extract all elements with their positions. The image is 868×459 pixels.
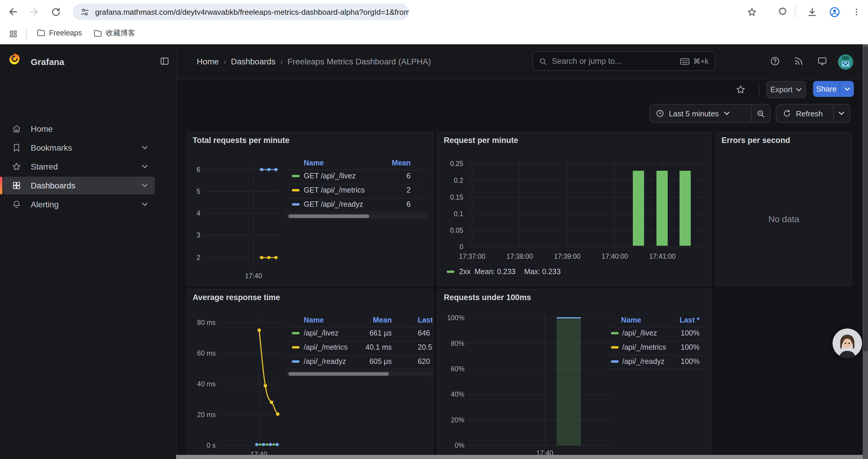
series-color-pill[interactable] [611, 332, 619, 334]
sidebar-item-alerting[interactable]: Alerting [3, 196, 155, 213]
export-button[interactable]: Export [766, 81, 806, 98]
bar-under-100ms[interactable] [557, 318, 581, 446]
extensions-icon [777, 7, 787, 17]
series-color-pill[interactable] [611, 360, 619, 363]
toolbar-divider [795, 6, 795, 18]
site-settings-icon[interactable] [80, 7, 89, 16]
collapse-sidebar-button[interactable] [159, 56, 169, 68]
news-button[interactable] [794, 56, 804, 68]
legend-col-name[interactable]: Name [304, 159, 324, 167]
panel-requests-under-100ms[interactable]: Requests under 100ms 100% 80% 60% 40% 20… [437, 289, 711, 459]
refresh-button[interactable]: Refresh [776, 109, 829, 118]
legend-row-mean: 661 µs [355, 329, 392, 337]
breadcrumb-dashboards[interactable]: Dashboards [231, 57, 275, 66]
legend-row-last: 100% [676, 329, 700, 337]
legend-max: Max: 0.233 [524, 268, 561, 276]
legend-col-name[interactable]: Name [304, 316, 324, 324]
bar-2xx[interactable] [656, 171, 668, 246]
legend-series-name[interactable]: 2xx [459, 268, 471, 276]
user-avatar[interactable] [838, 54, 853, 70]
legend-row-name[interactable]: /api/_/livez [304, 329, 339, 337]
panel-request-per-minute[interactable]: Request per minute 0.25 0.2 0.15 0.1 0.0… [437, 132, 711, 286]
svg-text:6: 6 [196, 166, 200, 173]
legend-row-name[interactable]: GET /api/_/readyz [304, 200, 363, 208]
zoom-out-icon [756, 109, 765, 118]
apps-grid-button[interactable] [6, 27, 20, 41]
bookmark-label: 收藏博客 [106, 28, 135, 38]
legend-row-name[interactable]: /api/_/metrics [304, 343, 348, 352]
profile-icon [829, 6, 840, 18]
legend-scrollbar[interactable] [286, 371, 433, 376]
legend-row-name[interactable]: /api/_/metrics [622, 343, 666, 352]
grafana-logo[interactable] [8, 52, 21, 68]
bar-2xx[interactable] [680, 171, 691, 246]
series-color-pill[interactable] [292, 332, 300, 334]
horizontal-scrollbar[interactable] [176, 455, 863, 459]
legend-scrollbar-thumb[interactable] [288, 214, 369, 218]
apps-grid-icon [8, 29, 18, 38]
legend-scrollbar[interactable] [286, 213, 427, 219]
sidebar-item-starred[interactable]: Starred [3, 158, 155, 175]
panel-errors-per-second[interactable]: Errors per second No data [716, 132, 852, 286]
reload-icon [51, 7, 61, 17]
breadcrumb-home[interactable]: Home [197, 57, 219, 66]
svg-text:4: 4 [196, 209, 200, 217]
legend-col-mean[interactable]: Mean [374, 159, 411, 167]
share-button[interactable]: Share [813, 81, 840, 97]
panel-avg-response-time[interactable]: Average response time 80 ms 60 ms 40 ms … [187, 289, 433, 459]
series-color-pill[interactable] [292, 360, 300, 363]
series-color-pill[interactable] [292, 189, 300, 191]
series-color-pill[interactable] [292, 175, 300, 177]
reload-button[interactable] [49, 5, 63, 19]
sidebar-item-label: Bookmarks [31, 143, 72, 153]
series-color-pill[interactable] [611, 346, 619, 349]
favorite-dashboard-button[interactable] [736, 85, 746, 97]
forward-button[interactable] [27, 5, 41, 19]
download-icon [807, 7, 817, 17]
time-range-picker[interactable]: Last 5 minutes [650, 109, 735, 118]
back-button[interactable] [6, 5, 20, 19]
sidebar-item-home[interactable]: Home [3, 120, 155, 138]
zoom-out-button[interactable] [751, 104, 770, 122]
panel-total-requests[interactable]: Total requests per minute 6 5 4 3 2 17:4… [187, 132, 433, 286]
breadcrumb: Home › Dashboards › Freeleaps Metrics Da… [197, 57, 431, 66]
legend-row-name[interactable]: GET /api/_/metrics [304, 186, 365, 194]
extensions-button[interactable] [775, 5, 789, 19]
vertical-scrollbar-thumb[interactable] [863, 46, 868, 352]
legend-col-mean[interactable]: Mean [355, 316, 392, 324]
downloads-button[interactable] [805, 5, 819, 19]
display-button[interactable] [817, 56, 827, 68]
bar-2xx[interactable] [633, 171, 644, 246]
legend-col-name[interactable]: Name [621, 316, 641, 324]
legend-row-name[interactable]: /api/_/livez [622, 329, 657, 337]
breadcrumb-separator: › [280, 57, 283, 66]
legend-col-last[interactable]: Last * [418, 316, 433, 324]
legend-row-name[interactable]: /api/_/readyz [304, 357, 346, 366]
search-input[interactable]: Search or jump to... ⌘+k [532, 52, 715, 71]
sidebar-item-bookmarks[interactable]: Bookmarks [3, 139, 155, 157]
series-color-pill[interactable] [447, 270, 454, 273]
legend-col-last[interactable]: Last * [676, 316, 700, 324]
svg-text:5: 5 [196, 188, 200, 195]
legend-row-name[interactable]: GET /api/_/livez [304, 172, 356, 180]
keyboard-icon [680, 58, 689, 65]
share-menu-button[interactable] [840, 81, 854, 97]
bookmark-page-button[interactable] [745, 5, 759, 19]
bookmark-folder-freeleaps[interactable]: Freeleaps [37, 28, 82, 37]
subheader-divider [759, 82, 759, 96]
legend-row-name[interactable]: /api/_/readyz [622, 357, 664, 366]
sidebar-item-dashboards[interactable]: Dashboards [3, 177, 155, 194]
legend-scrollbar-thumb[interactable] [288, 372, 389, 375]
refresh-interval-button[interactable] [833, 104, 850, 122]
bookmark-folder-blogs[interactable]: 收藏博客 [93, 28, 135, 38]
browser-profile-button[interactable] [827, 5, 841, 19]
series-color-pill[interactable] [292, 203, 300, 205]
forward-icon [29, 6, 39, 17]
browser-menu-button[interactable] [849, 5, 863, 19]
help-button[interactable] [770, 56, 780, 68]
series-color-pill[interactable] [292, 346, 300, 349]
url-bar[interactable]: grafana.mathmast.com/d/deytv4rwavabkb/fr… [73, 4, 409, 20]
assistant-avatar[interactable] [833, 328, 862, 358]
legend-row-mean: 40.1 ms [355, 343, 392, 352]
svg-text:60%: 60% [451, 365, 464, 373]
